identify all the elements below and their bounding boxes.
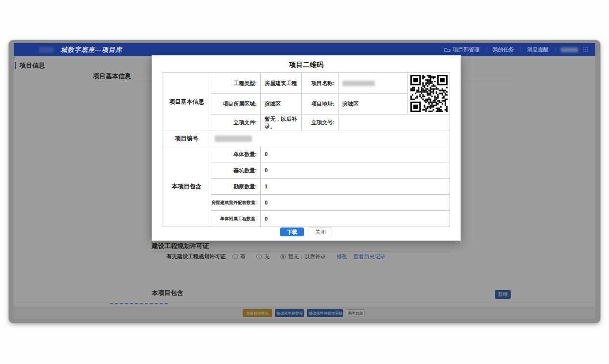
field-label: 项目所属区域: bbox=[211, 94, 261, 114]
grid-menu-icon[interactable] bbox=[583, 47, 588, 52]
field-value: 0 bbox=[261, 146, 450, 162]
field-value: 滨城区 bbox=[338, 94, 408, 114]
app-title: 城数字底座—项目库 bbox=[61, 46, 122, 54]
logo-redacted bbox=[39, 47, 54, 53]
group-basic-info: 项目基本信息 bbox=[162, 73, 211, 131]
project-no-redacted bbox=[211, 131, 450, 146]
group-contains: 本项目包含 bbox=[162, 146, 211, 227]
field-value: 滨城区 bbox=[261, 94, 302, 114]
nav-message-alert[interactable]: 消息提醒 bbox=[521, 46, 554, 53]
download-button[interactable]: 下载 bbox=[280, 228, 304, 236]
field-label: 项目名称: bbox=[302, 73, 338, 94]
nav-separator: | bbox=[554, 47, 556, 52]
nav-label: 消息提醒 bbox=[527, 46, 548, 53]
field-label: 勘察数量: bbox=[211, 179, 261, 195]
field-label: 项目地址: bbox=[302, 94, 338, 114]
modal-buttons: 下载 关闭 bbox=[152, 228, 460, 236]
folder-icon bbox=[444, 47, 451, 52]
field-value: 1 bbox=[261, 179, 450, 195]
nav-project-dept[interactable]: 项目部管理 bbox=[438, 46, 485, 53]
close-button[interactable]: 关闭 bbox=[309, 228, 332, 236]
qr-info-table: 项目基本信息 工程类型: 房屋建筑工程 项目名称: 项目所属区域: 滨城区 项目… bbox=[162, 72, 450, 227]
qr-code bbox=[410, 75, 448, 112]
field-value-empty bbox=[338, 114, 450, 131]
field-value: 房屋建筑工程 bbox=[261, 73, 302, 94]
header-nav: 项目部管理 | 我的任务 | 消息提醒 | bbox=[438, 46, 588, 53]
field-value: 暂无，以后补录。 bbox=[261, 114, 302, 131]
qr-modal: 项目二维码 项目基本信息 工程类型: 房屋建筑工程 项目名称: 项目所属区域: … bbox=[152, 55, 461, 241]
project-name-redacted bbox=[338, 73, 408, 94]
modal-title: 项目二维码 bbox=[152, 56, 460, 69]
field-label: 单体附属工程数量: bbox=[211, 211, 261, 227]
field-label: 房屋建筑室外配套数量: bbox=[211, 195, 261, 211]
field-label: 立项文号: bbox=[302, 114, 338, 131]
username-redacted bbox=[561, 47, 578, 52]
nav-label: 项目部管理 bbox=[452, 46, 479, 53]
field-label: 立项文件: bbox=[211, 114, 261, 131]
nav-my-tasks[interactable]: 我的任务 bbox=[487, 46, 520, 53]
field-value: 0 bbox=[261, 195, 450, 211]
top-header: 城数字底座—项目库 项目部管理 | 我的任务 | 消息提醒 | bbox=[14, 43, 595, 56]
qr-code-cell bbox=[408, 73, 450, 114]
field-value: 0 bbox=[261, 162, 450, 179]
group-project-no: 项目编号 bbox=[162, 131, 211, 146]
field-value: 0 bbox=[261, 211, 450, 227]
nav-label: 我的任务 bbox=[493, 46, 514, 53]
field-label: 单体数量: bbox=[211, 146, 261, 162]
field-label: 基坑数量: bbox=[211, 162, 261, 179]
field-label: 工程类型: bbox=[211, 73, 261, 94]
